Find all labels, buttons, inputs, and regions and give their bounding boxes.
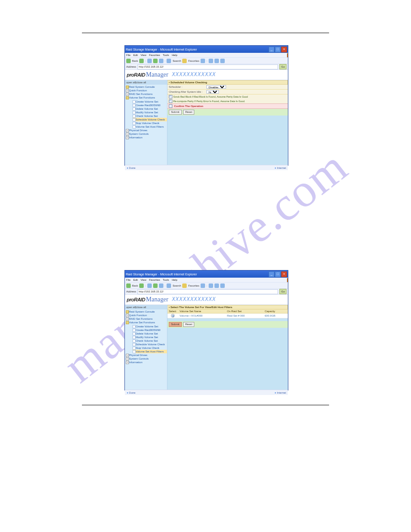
sidebar-item-filters[interactable]: Volume Set Host Filters	[133, 125, 167, 129]
sidebar-item-info[interactable]: Information	[126, 360, 167, 364]
refresh-icon[interactable]	[153, 59, 158, 63]
idle-select[interactable]: No	[206, 90, 219, 94]
refresh-icon[interactable]	[153, 283, 158, 288]
menu-edit[interactable]: Edit	[133, 54, 138, 56]
stop-icon[interactable]	[147, 59, 152, 63]
sidebar-item-raidset[interactable]: RAID Set Functions	[126, 92, 167, 96]
scrub-label: Scrub Bad Block If Bad Block Is Found, A…	[173, 95, 248, 98]
sidebar-item-sysctl[interactable]: System Controls	[126, 357, 167, 360]
favorites-label[interactable]: Favorites	[188, 284, 199, 287]
forward-icon[interactable]	[139, 283, 144, 288]
reset-button[interactable]: Reset	[183, 322, 195, 327]
sidebar-toggle[interactable]: open all|close all	[125, 80, 167, 85]
sidebar-item-info[interactable]: Information	[126, 136, 167, 139]
th-name: Volume Set Name	[178, 309, 226, 313]
close-button[interactable]: ×	[281, 271, 287, 277]
recompute-checkbox[interactable]	[169, 99, 172, 103]
window-buttons: _ □ ×	[269, 271, 287, 277]
edit-icon[interactable]	[220, 59, 225, 63]
edit-icon[interactable]	[220, 283, 225, 288]
reset-button[interactable]: Reset	[183, 110, 195, 115]
logo-bar: proRAID Manager XXXXXXXXXXXX	[125, 294, 288, 305]
sidebar-item-schedule[interactable]: Schedule Volume Check	[133, 118, 167, 121]
go-button[interactable]: Go	[279, 64, 287, 69]
maximize-button[interactable]: □	[275, 47, 281, 52]
row-radio[interactable]	[171, 314, 175, 317]
address-input[interactable]: http://192.168.15.12/	[137, 64, 278, 69]
menu-tools[interactable]: Tools	[163, 54, 169, 56]
search-label[interactable]: Search	[172, 60, 181, 62]
close-button[interactable]: ×	[281, 47, 287, 52]
stop-icon[interactable]	[147, 283, 152, 288]
scheduler-select[interactable]: Disabled	[206, 85, 226, 89]
back-icon[interactable]	[126, 283, 131, 288]
sidebar-item-create[interactable]: Create Volume Set	[133, 325, 167, 328]
scrub-checkbox[interactable]	[169, 95, 172, 99]
favorites-icon[interactable]	[182, 59, 187, 63]
sidebar-item-create-r30[interactable]: Create Raid30/50/60	[133, 103, 167, 107]
menu-bar: File Edit View Favorites Tools Help	[125, 53, 288, 57]
confirm-checkbox[interactable]	[169, 104, 172, 108]
minimize-button[interactable]: _	[269, 271, 274, 277]
sidebar-item-delete[interactable]: Delete Volume Set	[133, 332, 167, 335]
address-input[interactable]: http://192.168.15.12/	[137, 289, 278, 294]
mail-icon[interactable]	[209, 59, 213, 63]
sidebar-item-raidset[interactable]: RAID Set Functions	[126, 317, 167, 321]
sidebar-item-quick[interactable]: Quick Function	[126, 313, 167, 317]
favorites-label[interactable]: Favorites	[188, 60, 199, 62]
menu-view[interactable]: View	[141, 279, 146, 281]
sidebar-item-create[interactable]: Create Volume Set	[133, 100, 167, 103]
submit-button[interactable]: Submit	[169, 110, 182, 115]
media-icon[interactable]	[201, 283, 205, 288]
submit-button[interactable]: Submit	[169, 322, 182, 327]
menu-file[interactable]: File	[126, 54, 131, 56]
search-icon[interactable]	[167, 283, 171, 288]
print-icon[interactable]	[214, 59, 219, 63]
menu-view[interactable]: View	[141, 54, 146, 56]
menu-file[interactable]: File	[126, 279, 131, 281]
back-icon[interactable]	[126, 59, 131, 63]
sidebar-item-raid-console[interactable]: Raid System Console	[126, 310, 167, 313]
sidebar-item-schedule[interactable]: Schedule Volume Check	[133, 343, 167, 346]
sidebar-item-create-r30[interactable]: Create Raid30/50/60	[133, 328, 167, 332]
sidebar-item-stop[interactable]: Stop Volume Check	[133, 346, 167, 350]
sidebar-item-volset[interactable]: Volume Set Functions Create Volume Set C…	[126, 96, 167, 129]
sidebar-item-check[interactable]: Check Volume Set	[133, 339, 167, 343]
row-name[interactable]: Volume---VOL#000	[178, 313, 226, 318]
back-label[interactable]: Back	[132, 60, 138, 62]
menu-edit[interactable]: Edit	[133, 279, 138, 281]
menu-favorites[interactable]: Favorites	[149, 279, 160, 281]
sidebar-item-volset[interactable]: Volume Set Functions Create Volume Set C…	[126, 321, 167, 353]
favorites-icon[interactable]	[182, 283, 187, 288]
go-button[interactable]: Go	[279, 289, 287, 294]
media-icon[interactable]	[201, 59, 205, 63]
sidebar-item-filters[interactable]: Volume Set Host Filters	[133, 350, 167, 353]
minimize-button[interactable]: _	[269, 47, 274, 52]
sidebar-item-sysctl[interactable]: System Controls	[126, 132, 167, 136]
sidebar-item-check[interactable]: Check Volume Set	[133, 114, 167, 118]
table-row: Volume---VOL#000 Raid Set # 000 600.0GB	[167, 313, 288, 318]
forward-icon[interactable]	[139, 59, 144, 63]
menu-help[interactable]: Help	[172, 54, 177, 56]
sidebar-item-pdrives[interactable]: Physical Drives	[126, 353, 167, 357]
sidebar-item-raid-console[interactable]: Raid System Console	[126, 85, 167, 89]
sidebar-item-quick[interactable]: Quick Function	[126, 89, 167, 92]
button-row: Submit Reset	[167, 109, 288, 116]
search-icon[interactable]	[167, 59, 171, 63]
home-icon[interactable]	[159, 283, 163, 288]
sidebar-item-pdrives[interactable]: Physical Drives	[126, 129, 167, 132]
sidebar-item-delete[interactable]: Delete Volume Set	[133, 107, 167, 111]
menu-favorites[interactable]: Favorites	[149, 54, 160, 56]
menu-tools[interactable]: Tools	[163, 279, 169, 281]
print-icon[interactable]	[214, 283, 219, 288]
home-icon[interactable]	[159, 59, 163, 63]
sidebar-toggle[interactable]: open all|close all	[125, 305, 167, 309]
sidebar-item-modify[interactable]: Modify Volume Set	[133, 111, 167, 114]
menu-help[interactable]: Help	[172, 279, 177, 281]
mail-icon[interactable]	[209, 283, 213, 288]
maximize-button[interactable]: □	[275, 271, 281, 277]
back-label[interactable]: Back	[132, 284, 138, 287]
sidebar-item-modify[interactable]: Modify Volume Set	[133, 335, 167, 339]
search-label[interactable]: Search	[172, 284, 181, 287]
sidebar-item-stop[interactable]: Stop Volume Check	[133, 121, 167, 125]
